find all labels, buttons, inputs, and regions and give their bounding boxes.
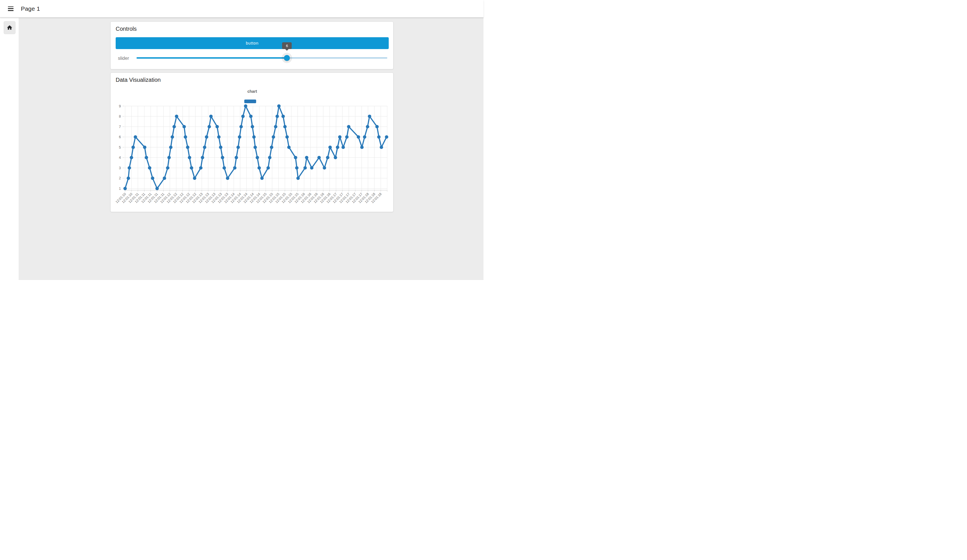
slider-thumb[interactable] [284,55,290,61]
main-content: Controls button slider 6 Data Visualizat… [19,18,484,280]
sidebar [0,18,19,280]
svg-text:3: 3 [119,166,121,170]
data-visualization-card: Data Visualization chart 12345678912:01:… [110,72,393,212]
action-button[interactable]: button [116,37,389,49]
line-chart[interactable]: 12345678912:01:1012:01:1012:01:1112:01:1… [111,104,394,212]
home-button[interactable] [4,21,15,34]
viz-card-title: Data Visualization [116,77,161,83]
svg-text:9: 9 [119,104,121,108]
slider-row: slider 6 [111,53,394,64]
svg-text:2: 2 [119,176,121,180]
page-title: Page 1 [21,5,40,12]
svg-text:5: 5 [119,145,121,150]
svg-text:8: 8 [119,114,121,119]
slider-value-tooltip: 6 [282,42,292,49]
controls-card: Controls button slider 6 [110,21,393,69]
controls-card-title: Controls [116,26,137,32]
svg-text:1: 1 [119,187,121,191]
chart-title: chart [111,89,394,94]
svg-text:4: 4 [119,156,121,160]
svg-text:6: 6 [119,135,121,139]
home-icon [7,25,13,31]
svg-text:7: 7 [119,125,121,129]
slider-track[interactable]: 6 [137,57,387,59]
top-app-bar: Page 1 [0,0,484,18]
slider-fill [137,57,287,59]
slider-label: slider [118,56,129,61]
menu-icon[interactable] [8,7,13,11]
chart-legend-item[interactable] [244,100,256,103]
